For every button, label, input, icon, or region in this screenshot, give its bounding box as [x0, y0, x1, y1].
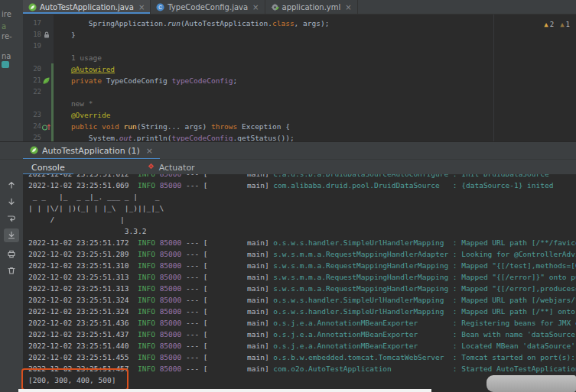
inspection-widget[interactable]: ▲2 ▲1: [544, 19, 570, 31]
print-icon[interactable]: [4, 247, 19, 261]
line-number: 21: [23, 75, 41, 86]
tree-fragment: [2, 61, 9, 68]
down-stack-icon[interactable]: [4, 195, 19, 209]
java-class-icon: C: [156, 3, 164, 11]
log-line: 2022-12-02 23:25:51.324 INFO 85000 --- […: [28, 294, 576, 306]
run-tab-autotestapplication[interactable]: AutoTestApplication (1) ×: [23, 142, 160, 160]
screenshot-edge-strip: [18, 389, 431, 392]
tab-console[interactable]: Console: [23, 160, 73, 175]
log-line: 2022-12-02 23:25:51.437 INFO 85000 --- […: [28, 329, 576, 340]
clear-icon[interactable]: [4, 264, 19, 277]
ide-window: ireare-nan: AutoTestApplication.java×CTy…: [0, 0, 576, 392]
log-line: 2022-12-02 23:25:51.455 INFO 85000 --- […: [28, 352, 576, 363]
warning-weak[interactable]: ▲1: [560, 19, 570, 31]
close-icon[interactable]: ×: [345, 3, 351, 11]
editor-tab-bar: AutoTestApplication.java×CTypeCodeConfig…: [23, 0, 576, 15]
gutter-slot: [41, 86, 51, 98]
gutter-slot: [41, 98, 51, 109]
actuator-tab-label: Actuator: [159, 163, 195, 173]
log-line: 2022-12-02 23:25:51.310 INFO 85000 --- […: [28, 260, 576, 271]
tree-fragment: re-: [2, 32, 12, 40]
line-number: [23, 52, 41, 63]
tree-fragment: ire: [2, 10, 11, 18]
console-log-rows: 2022-12-02 23:25:51.012 INFO 85000 --- […: [23, 174, 576, 386]
scroll-end-icon[interactable]: [4, 228, 19, 242]
redaction-smudge: [487, 375, 576, 392]
spring-boot-icon: [28, 3, 37, 11]
code-area[interactable]: 17 SpringApplication.run(AutoTestApplica…: [23, 15, 576, 144]
code-text: }: [54, 29, 576, 40]
banner-line: _ _ |_ _ _|_. ___ _ | _: [28, 191, 576, 202]
code-text: public void run(String... args) throws E…: [54, 121, 576, 132]
log-line: 2022-12-02 23:25:51.012 INFO 85000 --- […: [28, 174, 576, 180]
tree-fragment: a: [2, 22, 6, 31]
console-log-area[interactable]: 2022-12-02 23:25:51.012 INFO 85000 --- […: [23, 174, 576, 392]
warning-strong-count: 2: [550, 21, 554, 28]
lock-icon[interactable]: [41, 29, 51, 40]
log-line: 2022-12-02 23:25:51.324 INFO 85000 --- […: [28, 306, 576, 317]
line-number: 19: [23, 40, 41, 52]
log-line: 2022-12-02 23:25:51.313 INFO 85000 --- […: [28, 283, 576, 294]
warning-strong[interactable]: ▲2: [544, 19, 554, 31]
editor-tab-application-yml[interactable]: application.yml×: [265, 0, 358, 14]
code-text: SpringApplication.run(AutoTestApplicatio…: [54, 18, 576, 29]
svg-text:C: C: [158, 4, 162, 9]
code-text: private TypeCodeConfig typeCodeConfig;: [54, 75, 576, 86]
gutter-slot: [41, 18, 51, 29]
code-text: [54, 86, 576, 98]
actuator-icon: [147, 162, 155, 173]
line-number: 24: [23, 121, 41, 132]
log-line: 2022-12-02 23:25:51.457 INFO 85000 --- […: [28, 363, 576, 374]
override-icon[interactable]: [41, 121, 51, 132]
tab-label: AutoTestApplication.java: [40, 3, 134, 11]
gutter-slot: [41, 109, 51, 121]
banner-line: 3.3.2: [28, 225, 576, 237]
up-stack-icon[interactable]: [4, 178, 19, 192]
editor-tab-typecodeconfig-java[interactable]: CTypeCodeConfig.java×: [151, 0, 265, 14]
editor-tab-autotestapplication-java[interactable]: AutoTestApplication.java×: [23, 0, 151, 14]
tree-fragment: na: [2, 52, 11, 60]
line-number: 22: [23, 86, 41, 98]
banner-line: / |: [28, 214, 576, 225]
code-text: @Override: [54, 109, 576, 121]
log-line: 2022-12-02 23:25:51.289 INFO 85000 --- […: [28, 248, 576, 260]
spring-boot-run-icon: [30, 146, 38, 157]
code-text: 1 usage: [54, 52, 576, 63]
run-tool-window-header: AutoTestApplication (1) ×: [0, 141, 576, 160]
line-number: 23: [23, 109, 41, 121]
line-number: 17: [23, 18, 41, 29]
log-line: 2022-12-02 23:25:51.313 INFO 85000 --- […: [28, 271, 576, 283]
tab-label: TypeCodeConfig.java: [168, 3, 248, 11]
bean-icon[interactable]: [41, 75, 51, 86]
line-number: [23, 98, 41, 109]
right-margin-guide: [493, 15, 494, 144]
log-line: 2022-12-02 23:25:51.069 INFO 85000 --- […: [28, 180, 576, 191]
project-panel-sliver: ireare-nan:: [0, 0, 23, 392]
close-icon[interactable]: ×: [138, 3, 145, 11]
line-number: 18: [23, 29, 41, 40]
banner-line: | | |\/| |)(_| | |_\ |_)||_|_\: [28, 202, 576, 214]
gutter-slot: [41, 63, 51, 75]
log-line: 2022-12-02 23:25:51.172 INFO 85000 --- […: [28, 237, 576, 248]
tab-label: application.yml: [282, 3, 341, 11]
gutter-slot: [41, 52, 51, 63]
log-line: 2022-12-02 23:25:51.436 INFO 85000 --- […: [28, 317, 576, 329]
code-text: new *: [54, 98, 576, 109]
close-icon[interactable]: ×: [146, 146, 153, 156]
soft-wrap-icon[interactable]: [4, 212, 19, 225]
code-text: [54, 40, 576, 52]
code-text: @Autowired: [54, 63, 576, 75]
close-icon[interactable]: ×: [252, 3, 259, 11]
console-tab-label: Console: [31, 163, 65, 173]
tab-actuator[interactable]: Actuator: [138, 160, 203, 175]
weak-warning-icon: ▲: [560, 21, 564, 28]
line-number: 20: [23, 63, 41, 75]
warning-weak-count: 1: [566, 21, 570, 28]
gutter-slot: [41, 40, 51, 52]
log-line: 2022-12-02 23:25:51.440 INFO 85000 --- […: [28, 340, 576, 352]
warning-icon: ▲: [544, 21, 548, 28]
editor-pane: AutoTestApplication.java×CTypeCodeConfig…: [23, 0, 576, 141]
run-tab-label: AutoTestApplication (1): [42, 146, 140, 156]
spring-config-icon: [271, 3, 279, 11]
run-views-row: Console Actuator: [0, 159, 576, 175]
